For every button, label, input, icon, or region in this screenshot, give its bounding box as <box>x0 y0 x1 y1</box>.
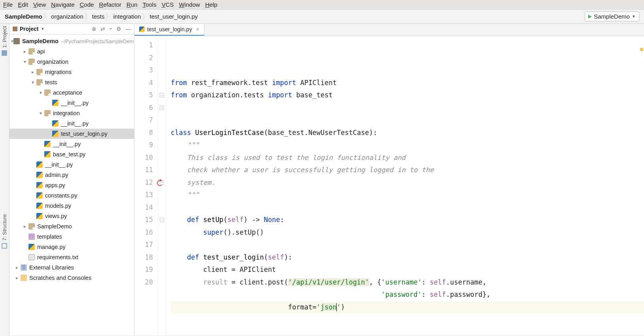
code-line[interactable]: def test_user_login(self): <box>171 251 644 264</box>
tree-arrow-down-icon[interactable]: ▾ <box>37 110 44 116</box>
line-number[interactable]: 8 <box>134 127 155 139</box>
code-line[interactable] <box>171 313 644 326</box>
gear-icon[interactable]: ⚙ <box>116 26 121 32</box>
tree-node[interactable]: ▸__init__.py <box>9 139 134 149</box>
breadcrumb-item[interactable]: test_user_login.py <box>150 13 198 20</box>
tree-node[interactable]: ▸templates <box>9 232 134 242</box>
tree-node[interactable]: ▸External Libraries <box>9 262 134 273</box>
tree-arrow-right-icon[interactable]: ▸ <box>13 265 21 270</box>
locate-icon[interactable]: ⊕ <box>92 26 96 32</box>
tree-arrow-down-icon[interactable]: ▾ <box>29 80 36 85</box>
fold-toggle-icon[interactable]: − <box>160 93 164 97</box>
tree-arrow-right-icon[interactable]: ▸ <box>13 275 21 281</box>
project-tree[interactable]: ▾SampleDemo~/PycharmProjects/SampleDemo▸… <box>9 34 134 285</box>
menu-view[interactable]: View <box>33 1 46 8</box>
tree-node[interactable]: ▸manage.py <box>9 242 134 252</box>
code-line[interactable]: format='json') <box>171 301 644 314</box>
line-number[interactable]: 1 <box>134 39 155 52</box>
code-line[interactable]: super().setUp() <box>171 226 644 239</box>
code-line[interactable]: """ <box>171 139 644 152</box>
line-number[interactable]: 14 <box>134 201 155 214</box>
tree-node[interactable]: ▸base_test.py <box>9 149 134 159</box>
breadcrumb-item[interactable]: SampleDemo <box>5 13 42 20</box>
tree-node[interactable]: ▸__init__.py <box>9 159 134 170</box>
code-editor[interactable]: 1234567891011121314151617181920 −−−− fro… <box>134 36 644 335</box>
collapse-icon[interactable]: ÷ <box>109 26 112 32</box>
tree-node[interactable]: ▾SampleDemo~/PycharmProjects/SampleDemo <box>9 36 134 46</box>
tree-node[interactable]: ▸admin.py <box>9 170 134 180</box>
line-number[interactable]: 3 <box>134 64 155 77</box>
tree-node[interactable]: ▸__init__.py <box>9 98 134 108</box>
tool-window-structure[interactable]: 7: Structure <box>2 214 8 249</box>
line-number[interactable]: 20 <box>134 276 155 289</box>
line-number[interactable]: 2 <box>134 52 155 65</box>
code-line[interactable]: def setUp(self) -> None: <box>171 214 644 226</box>
tree-node[interactable]: ▸constants.py <box>9 190 134 201</box>
tree-node[interactable]: ▸Scratches and Consoles <box>9 273 134 283</box>
code-line[interactable] <box>171 114 644 127</box>
code-line[interactable]: class UserLoginTestCase(base_test.NewUse… <box>171 127 644 139</box>
line-number[interactable]: 17 <box>134 239 155 251</box>
expand-icon[interactable]: ⇄ <box>100 26 105 32</box>
editor-tab[interactable]: test_user_login.py × <box>134 24 204 36</box>
code-line[interactable]: 'password': self.password}, <box>171 289 644 301</box>
line-number[interactable]: 13 <box>134 189 155 201</box>
tree-node[interactable]: ▾integration <box>9 108 134 118</box>
line-number[interactable]: 4 <box>134 77 155 89</box>
tree-node[interactable]: ▸models.py <box>9 201 134 211</box>
menu-vcs[interactable]: VCS <box>162 1 174 8</box>
tree-node[interactable]: ▾organization <box>9 57 134 67</box>
code-line[interactable] <box>171 239 644 251</box>
tree-arrow-down-icon[interactable]: ▾ <box>37 90 44 95</box>
breadcrumb[interactable]: SampleDemo〉organization〉tests〉integratio… <box>5 12 198 21</box>
code-line[interactable] <box>171 201 644 214</box>
code-content[interactable]: from rest_framework.test import APIClien… <box>166 36 644 335</box>
menu-run[interactable]: Run <box>127 1 138 8</box>
menu-refactor[interactable]: Refactor <box>99 1 121 8</box>
fold-toggle-icon[interactable]: − <box>160 218 164 222</box>
tree-node[interactable]: ▸api <box>9 46 134 57</box>
code-line[interactable]: system. <box>171 177 644 189</box>
line-number[interactable]: 10 <box>134 152 155 164</box>
code-line[interactable]: client = APIClient <box>171 264 644 276</box>
code-line[interactable]: """ <box>171 189 644 201</box>
close-tab-icon[interactable]: × <box>196 26 199 32</box>
line-number[interactable]: 12 <box>134 177 155 189</box>
tree-node[interactable]: ▸apps.py <box>9 180 134 190</box>
code-line[interactable]: check whether a user is successfully get… <box>171 164 644 177</box>
tree-arrow-right-icon[interactable]: ▸ <box>29 69 36 75</box>
line-number[interactable]: 11 <box>134 164 155 177</box>
chevron-down-icon[interactable]: ▼ <box>41 27 44 31</box>
tree-node[interactable]: ▸requirements.txt <box>9 252 134 262</box>
menu-navigate[interactable]: Navigate <box>51 1 74 8</box>
breadcrumb-item[interactable]: tests <box>92 13 105 20</box>
menu-window[interactable]: Window <box>179 1 200 8</box>
tree-arrow-down-icon[interactable]: ▾ <box>21 59 28 65</box>
menu-code[interactable]: Code <box>80 1 94 8</box>
code-line[interactable]: from organization.tests import base_test <box>171 89 644 102</box>
tree-node[interactable]: ▸__init__.py <box>9 118 134 129</box>
menu-tools[interactable]: Tools <box>143 1 157 8</box>
line-number[interactable]: 9 <box>134 139 155 152</box>
menu-edit[interactable]: Edit <box>18 1 28 8</box>
tree-node[interactable]: ▸test_user_login.py <box>9 129 134 139</box>
line-number[interactable]: 15 <box>134 214 155 226</box>
breadcrumb-item[interactable]: organization <box>51 13 83 20</box>
code-line[interactable]: from rest_framework.test import APIClien… <box>171 77 644 89</box>
tree-node[interactable]: ▾acceptance <box>9 87 134 98</box>
breadcrumb-item[interactable]: integration <box>113 13 141 20</box>
tree-arrow-right-icon[interactable]: ▸ <box>21 49 28 54</box>
code-line[interactable]: result = client.post('/api/v1/user/login… <box>171 276 644 289</box>
code-line[interactable] <box>171 102 644 114</box>
line-number[interactable]: 18 <box>134 251 155 264</box>
line-number[interactable]: 16 <box>134 226 155 239</box>
run-config-selector[interactable]: SampleDemo ▼ <box>585 11 639 21</box>
fold-column[interactable]: −−−− <box>158 36 166 335</box>
hide-icon[interactable]: — <box>125 26 131 32</box>
menu-file[interactable]: File <box>3 1 13 8</box>
menu-help[interactable]: Help <box>205 1 217 8</box>
gutter[interactable]: 1234567891011121314151617181920 <box>134 36 158 335</box>
fold-toggle-icon[interactable]: − <box>160 106 164 110</box>
tree-arrow-right-icon[interactable]: ▸ <box>21 224 28 229</box>
code-line[interactable]: This class is used to test the login fun… <box>171 152 644 164</box>
